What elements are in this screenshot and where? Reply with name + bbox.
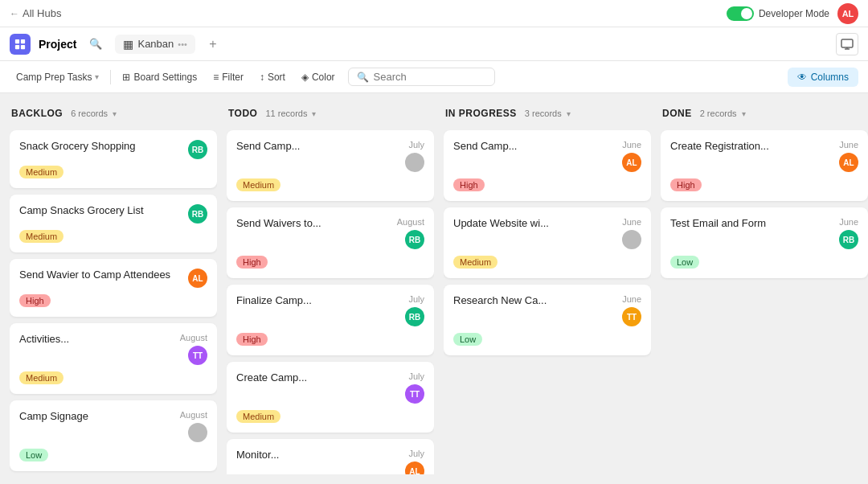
card-header: Send Wavier to Camp Attendees AL bbox=[19, 269, 207, 288]
camp-prep-tasks-label: Camp Prep Tasks bbox=[16, 72, 92, 83]
sort-icon: ↕ bbox=[260, 72, 264, 83]
col-chevron-backlog[interactable]: ▾ bbox=[113, 109, 117, 118]
card[interactable]: Camp Snacks Grocery List RB Medium bbox=[10, 195, 217, 252]
card-title: Activities... bbox=[19, 333, 175, 347]
col-cards-todo: Send Camp... July Medium Send Waivers to… bbox=[227, 130, 434, 474]
card-title: Send Waivers to... bbox=[236, 217, 392, 231]
card-avatar: AL bbox=[622, 153, 641, 172]
card-title: Create Camp... bbox=[236, 371, 400, 385]
add-view-button[interactable]: + bbox=[203, 35, 223, 54]
column-backlog: BACKLOG 6 records ▾ Snack Grocery Shoppi… bbox=[10, 103, 217, 474]
dev-mode-toggle[interactable] bbox=[727, 6, 754, 21]
filter-label: Filter bbox=[222, 72, 244, 83]
card-meta: July AL bbox=[405, 449, 424, 474]
all-hubs-link[interactable]: ← All Hubs bbox=[10, 7, 61, 19]
card-header: Create Camp... July TT bbox=[236, 371, 424, 404]
card-meta: June AL bbox=[622, 140, 641, 172]
card-title: Send Camp... bbox=[236, 140, 400, 154]
card[interactable]: Update Website wi... June Medium bbox=[444, 207, 651, 278]
card-header: Update Website wi... June bbox=[453, 217, 641, 249]
svg-rect-2 bbox=[15, 44, 19, 48]
search-button[interactable]: 🔍 bbox=[84, 33, 107, 55]
search-input[interactable] bbox=[374, 71, 486, 83]
all-hubs-label: All Hubs bbox=[23, 7, 61, 19]
col-count-done: 2 records bbox=[700, 109, 737, 118]
col-count-todo: 11 records bbox=[265, 109, 307, 118]
card-title: Research New Ca... bbox=[453, 294, 617, 308]
card[interactable]: Camp Signage August Low bbox=[10, 400, 217, 471]
card-avatar: RB bbox=[405, 307, 424, 326]
card-avatar-placeholder bbox=[405, 153, 424, 172]
card[interactable]: Create Registration... June AL High bbox=[661, 130, 868, 201]
project-name: Project bbox=[39, 38, 76, 51]
color-icon: ◈ bbox=[301, 72, 309, 83]
card-tag: Low bbox=[453, 333, 482, 346]
board-settings-button[interactable]: ⊞ Board Settings bbox=[116, 68, 203, 86]
camp-prep-tasks-dropdown[interactable]: Camp Prep Tasks ▾ bbox=[10, 68, 105, 86]
card[interactable]: Send Camp... June AL High bbox=[444, 130, 651, 201]
kanban-view-tab[interactable]: ▦ Kanban ••• bbox=[115, 35, 194, 54]
card-date: August bbox=[180, 410, 207, 420]
card-tag: Medium bbox=[236, 410, 280, 423]
dropdown-arrow-icon: ▾ bbox=[95, 72, 99, 81]
sort-button[interactable]: ↕ Sort bbox=[253, 68, 292, 86]
card-date: August bbox=[397, 217, 424, 227]
card-header: Test Email and Form June RB bbox=[670, 217, 858, 249]
card-tag: Medium bbox=[19, 371, 63, 384]
card[interactable]: Send Waivers to... August RB High bbox=[227, 207, 434, 278]
col-title-todo: TODO bbox=[228, 108, 257, 119]
card-date: June bbox=[622, 217, 641, 227]
col-title-done: DONE bbox=[662, 108, 692, 119]
col-cards-done: Create Registration... June AL High Test… bbox=[661, 130, 868, 474]
card-date: June bbox=[839, 217, 858, 227]
card-date: June bbox=[622, 294, 641, 304]
card-tag: Low bbox=[670, 256, 699, 269]
card-tag: High bbox=[236, 256, 268, 269]
project-svg-icon bbox=[14, 39, 26, 50]
card[interactable]: Create Camp... July TT Medium bbox=[227, 362, 434, 433]
card[interactable]: Finalize Camp... July RB High bbox=[227, 285, 434, 355]
card[interactable]: Research New Ca... June TT Low bbox=[444, 285, 651, 355]
columns-button[interactable]: 👁 Columns bbox=[788, 68, 858, 87]
card[interactable]: Send Camp... July Medium bbox=[227, 130, 434, 201]
card-meta: August bbox=[180, 410, 207, 442]
card-header: Send Camp... June AL bbox=[453, 140, 641, 172]
card-avatar: AL bbox=[188, 269, 207, 288]
color-button[interactable]: ◈ Color bbox=[295, 68, 342, 86]
card-meta: August TT bbox=[180, 333, 207, 365]
svg-rect-1 bbox=[21, 39, 25, 43]
monitor-icon-button[interactable] bbox=[836, 33, 858, 55]
card-title: Camp Signage bbox=[19, 410, 175, 424]
card[interactable]: Activities... August TT Medium bbox=[10, 323, 217, 394]
col-chevron-todo[interactable]: ▾ bbox=[312, 109, 316, 118]
user-avatar[interactable]: AL bbox=[837, 3, 858, 24]
card-avatar: TT bbox=[405, 384, 424, 404]
col-header-backlog: BACKLOG 6 records ▾ bbox=[10, 103, 217, 124]
card-tag: Medium bbox=[19, 166, 63, 178]
card[interactable]: Send Wavier to Camp Attendees AL High bbox=[10, 259, 217, 317]
card-meta: July bbox=[405, 140, 424, 172]
search-icon: 🔍 bbox=[357, 72, 369, 83]
col-chevron-inprogress[interactable]: ▾ bbox=[567, 109, 571, 118]
card-tag: Medium bbox=[236, 178, 280, 191]
view-label: Kanban bbox=[137, 38, 174, 50]
grid-icon: ⊞ bbox=[122, 72, 130, 83]
col-header-done: DONE 2 records ▾ bbox=[661, 103, 868, 124]
search-box[interactable]: 🔍 bbox=[348, 68, 495, 86]
project-bar: Project 🔍 ▦ Kanban ••• + bbox=[0, 27, 868, 61]
filter-button[interactable]: ≡ Filter bbox=[207, 68, 250, 86]
card-tag: Low bbox=[19, 449, 48, 461]
col-chevron-done[interactable]: ▾ bbox=[742, 109, 746, 118]
card[interactable]: Monitor... July AL High bbox=[227, 439, 434, 474]
card-meta: June bbox=[622, 217, 641, 249]
card[interactable]: Snack Grocery Shopping RB Medium bbox=[10, 130, 217, 188]
card-tag: High bbox=[453, 178, 485, 191]
toolbar-divider-1 bbox=[110, 70, 111, 84]
card-date: August bbox=[180, 333, 207, 342]
card-date: June bbox=[839, 140, 858, 150]
columns-label: Columns bbox=[811, 72, 849, 83]
card-header: Send Camp... July bbox=[236, 140, 424, 172]
toolbar: Camp Prep Tasks ▾ ⊞ Board Settings ≡ Fil… bbox=[0, 61, 868, 93]
view-dots: ••• bbox=[178, 39, 187, 49]
card[interactable]: Test Email and Form June RB Low bbox=[661, 207, 868, 278]
